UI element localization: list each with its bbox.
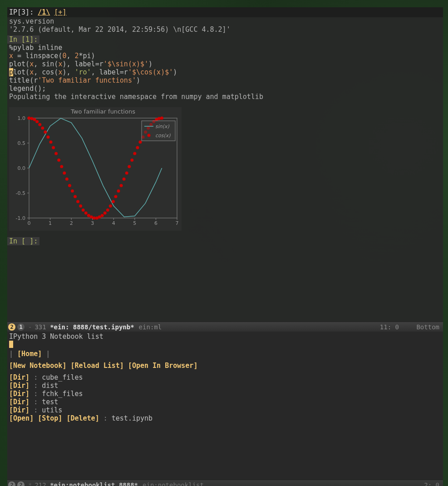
svg-point-50 xyxy=(87,214,90,217)
kernel-label: IP[3]: xyxy=(9,8,34,16)
add-cell-button[interactable]: [+] xyxy=(54,8,66,16)
svg-point-29 xyxy=(30,117,34,120)
svg-text:2: 2 xyxy=(70,220,73,226)
svg-point-57 xyxy=(106,208,109,212)
svg-point-30 xyxy=(33,118,36,121)
list-item: [Dir] : fchk_files xyxy=(9,390,441,398)
cell-output-1: Populating the interactive namespace fro… xyxy=(7,93,443,101)
svg-point-55 xyxy=(101,214,104,217)
svg-point-37 xyxy=(52,146,55,149)
notebook-list-title: IPython 3 Notebook list xyxy=(9,332,441,341)
dir-name[interactable]: test xyxy=(42,398,58,406)
svg-point-63 xyxy=(123,178,126,181)
svg-point-40 xyxy=(60,165,63,168)
svg-point-66 xyxy=(130,159,133,162)
line-number: 212 xyxy=(34,481,46,486)
dir-link[interactable]: [Dir] xyxy=(9,406,30,414)
cursor-pos: 11: 0 xyxy=(380,323,399,331)
svg-point-61 xyxy=(117,189,120,193)
reload-list-button[interactable]: [Reload List] xyxy=(70,362,123,370)
status-badge-2: 1 xyxy=(17,323,25,331)
svg-point-64 xyxy=(125,172,128,175)
svg-point-49 xyxy=(84,212,88,215)
svg-text:0.5: 0.5 xyxy=(18,140,26,146)
svg-point-39 xyxy=(57,159,60,162)
svg-point-28 xyxy=(28,117,31,120)
svg-point-45 xyxy=(74,195,77,198)
dir-link[interactable]: [Dir] xyxy=(9,398,30,406)
list-item: [Dir] : test xyxy=(9,398,441,406)
cell-output-3: sys.version '2.7.6 (default, Mar 22 2014… xyxy=(7,17,443,34)
svg-point-69 xyxy=(138,140,142,144)
svg-point-43 xyxy=(68,184,71,187)
list-item: [Dir] : utils xyxy=(9,406,441,414)
home-link[interactable]: [Home] xyxy=(17,350,42,358)
buffer-name: *ein:notebooklist 8888* xyxy=(50,481,138,486)
svg-text:1: 1 xyxy=(49,220,52,226)
svg-text:-0.5: -0.5 xyxy=(16,190,25,196)
svg-text:-1.0: -1.0 xyxy=(16,215,25,221)
cell-input-empty[interactable] xyxy=(7,245,443,253)
svg-point-44 xyxy=(71,189,74,193)
svg-text:0: 0 xyxy=(28,220,31,226)
svg-text:5: 5 xyxy=(133,220,136,226)
svg-point-48 xyxy=(82,208,85,212)
svg-point-54 xyxy=(98,215,101,218)
major-mode: ein:notebooklist xyxy=(143,481,204,486)
cell-input-1[interactable]: %pylab inline x = linspace(0, 2*pi) plot… xyxy=(7,44,443,93)
svg-point-47 xyxy=(79,204,82,208)
cursor: p xyxy=(9,68,13,76)
dir-name[interactable]: fchk_files xyxy=(42,390,83,398)
modeline-bottom: 2 2 * 212 *ein:notebooklist 8888* ein:no… xyxy=(7,480,443,486)
svg-point-34 xyxy=(44,130,47,134)
major-mode: ein:ml xyxy=(139,323,162,331)
svg-point-33 xyxy=(41,127,44,130)
dir-name[interactable]: cube_files xyxy=(42,373,83,382)
cell-prompt-1: In [1]: xyxy=(7,35,39,44)
svg-point-68 xyxy=(136,146,139,149)
svg-point-31 xyxy=(35,120,39,123)
svg-point-81 xyxy=(148,134,151,137)
delete-button[interactable]: [Delete] xyxy=(66,414,99,422)
svg-text:1.0: 1.0 xyxy=(18,115,26,121)
svg-point-35 xyxy=(46,135,49,139)
svg-text:3: 3 xyxy=(91,220,94,226)
svg-point-62 xyxy=(120,184,123,187)
svg-point-59 xyxy=(112,200,115,203)
cell-prompt-empty: In [ ]: xyxy=(7,237,39,245)
list-item: [Dir] : cube_files xyxy=(9,373,441,382)
cursor-pos: 2: 0 xyxy=(424,481,439,486)
dir-name[interactable]: utils xyxy=(42,406,62,414)
line-number: 331 xyxy=(34,323,46,331)
svg-text:7: 7 xyxy=(176,220,179,226)
dir-link[interactable]: [Dir] xyxy=(9,390,30,398)
buffer-name: *ein: 8888/test.ipynb* xyxy=(50,323,134,331)
open-button[interactable]: [Open] xyxy=(9,414,34,422)
svg-point-38 xyxy=(54,152,58,155)
open-browser-button[interactable]: [Open In Browser] xyxy=(128,362,198,370)
modeline-top: 2 1 - 331 *ein: 8888/test.ipynb* ein:ml … xyxy=(7,322,443,332)
svg-text:cos(x): cos(x) xyxy=(155,133,171,139)
svg-text:sin(x): sin(x) xyxy=(155,124,170,129)
svg-point-32 xyxy=(38,123,41,126)
svg-point-52 xyxy=(93,217,96,220)
status-badge-1: 2 xyxy=(8,323,15,331)
matplotlib-figure: Two familiar functions01234567-1.0-0.50.… xyxy=(9,107,182,231)
svg-point-77 xyxy=(160,117,163,120)
svg-point-56 xyxy=(103,212,107,215)
svg-point-51 xyxy=(90,215,93,218)
new-notebook-button[interactable]: [New Notebook] xyxy=(9,362,66,370)
status-badge-1: 2 xyxy=(8,481,15,486)
dir-link[interactable]: [Dir] xyxy=(9,373,30,382)
dir-link[interactable]: [Dir] xyxy=(9,382,30,390)
kernel-indicator[interactable]: /1\ xyxy=(38,8,50,16)
svg-point-76 xyxy=(158,117,161,120)
svg-text:4: 4 xyxy=(112,220,115,226)
dir-name[interactable]: dist xyxy=(42,382,58,390)
svg-point-41 xyxy=(63,172,66,175)
list-item: [Dir] : dist xyxy=(9,382,441,390)
notebook-pane: IP[3]: /1\ [+] sys.version '2.7.6 (defau… xyxy=(7,7,443,322)
stop-button[interactable]: [Stop] xyxy=(38,414,62,422)
notebook-file[interactable]: test.ipynb xyxy=(112,414,153,422)
svg-point-65 xyxy=(128,165,131,168)
